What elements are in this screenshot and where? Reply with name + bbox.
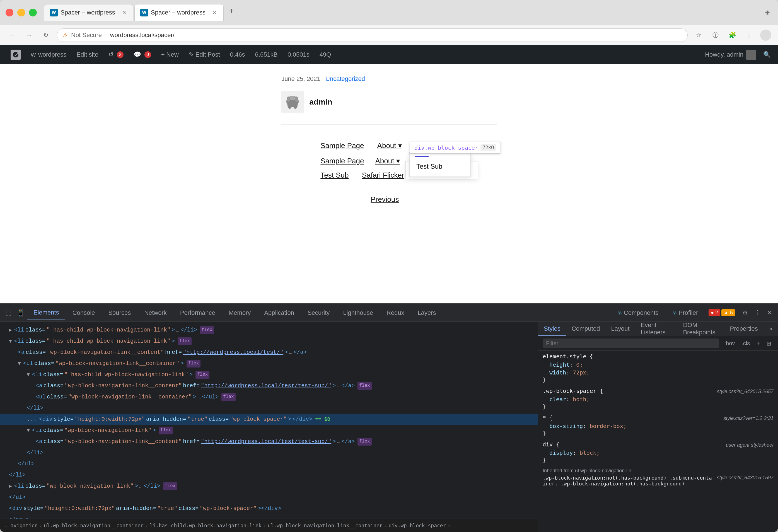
collapse-5[interactable]: ▼ bbox=[27, 371, 30, 379]
style-prop-height[interactable]: height: 0; bbox=[543, 361, 774, 369]
nav-test-sub[interactable]: Test Sub bbox=[315, 169, 356, 181]
devtools-device-icon[interactable]: 📱 bbox=[15, 307, 26, 318]
post-category[interactable]: Uncategorized bbox=[325, 75, 365, 82]
rule-source-2[interactable]: style.css?v_643015:2657 bbox=[717, 389, 774, 394]
nav-test-1[interactable]: Test ▾ div.wp-block-spacer 72×0 Test Sub bbox=[409, 139, 442, 152]
html-line-10[interactable]: <a class= "wp-block-navigation-link__con… bbox=[0, 436, 538, 447]
filter-cls[interactable]: .cls bbox=[739, 339, 752, 348]
styles-tab-computed[interactable]: Computed bbox=[566, 322, 606, 336]
wp-comments[interactable]: 💬 0 bbox=[129, 45, 156, 64]
tab-console[interactable]: Console bbox=[66, 306, 101, 320]
wp-search-icon[interactable]: 🔍 bbox=[761, 49, 772, 60]
styles-tab-styles[interactable]: Styles bbox=[538, 322, 566, 336]
howdy-section[interactable]: Howdy, admin bbox=[700, 50, 761, 60]
styles-filter-input[interactable] bbox=[543, 338, 719, 348]
styles-more-tab[interactable]: » bbox=[764, 322, 778, 336]
address-input[interactable]: ⚠ Not Secure | wordpress.local/spacer/ bbox=[57, 28, 688, 42]
html-line-13[interactable]: </li> bbox=[0, 469, 538, 481]
devtools-more-icon[interactable]: ⋮ bbox=[752, 307, 763, 318]
tab-layers[interactable]: Layers bbox=[411, 306, 442, 320]
style-prop-box-sizing[interactable]: box-sizing: border-box; bbox=[543, 422, 774, 430]
html-line-11[interactable]: </li> bbox=[0, 447, 538, 458]
html-line-7[interactable]: <ul class= "wp-block-navigation-link__co… bbox=[0, 391, 538, 403]
tab-lighthouse[interactable]: Lighthouse bbox=[337, 306, 379, 320]
style-prop-width[interactable]: width: 72px; bbox=[543, 369, 774, 376]
nav-about-2-link[interactable]: About ▾ bbox=[375, 157, 400, 165]
tab-1[interactable]: W Spacer – wordpress ✕ bbox=[44, 4, 133, 21]
forward-button[interactable]: → bbox=[23, 29, 34, 41]
styles-tab-event-listeners[interactable]: Event Listeners bbox=[635, 322, 678, 336]
rule-selector-3[interactable]: * { bbox=[543, 414, 553, 421]
prev-link[interactable]: Previous bbox=[320, 195, 496, 204]
user-avatar[interactable] bbox=[760, 29, 771, 41]
bookmark-icon[interactable]: ☆ bbox=[693, 29, 704, 41]
devtools-close-icon[interactable]: ✕ bbox=[764, 307, 775, 318]
tab-elements[interactable]: Elements bbox=[27, 306, 65, 320]
wp-edit-site[interactable]: Edit site bbox=[71, 45, 103, 64]
html-line-14[interactable]: ▶ <li class= "wp-block-navigation-link" … bbox=[0, 481, 538, 492]
info-icon[interactable]: ⓘ bbox=[710, 29, 721, 41]
breadcrumb-1[interactable]: ul.wp-block-navigation__container bbox=[44, 523, 144, 528]
html-line-15[interactable]: </ul> bbox=[0, 492, 538, 503]
html-line-5[interactable]: ▼ <li class= " has-child wp-block-naviga… bbox=[0, 369, 538, 380]
tab-application[interactable]: Application bbox=[258, 306, 300, 320]
nav-safari-flicker[interactable]: Safari Flicker bbox=[357, 169, 410, 181]
nav-sample-page-2[interactable]: Sample Page bbox=[315, 154, 370, 168]
html-line-6[interactable]: <a class= "wp-block-navigation-link__con… bbox=[0, 380, 538, 391]
styles-tab-layout[interactable]: Layout bbox=[605, 322, 635, 336]
tab-security[interactable]: Security bbox=[301, 306, 336, 320]
collapse-1[interactable]: ▶ bbox=[9, 326, 12, 334]
profile-icon[interactable]: ⊕ bbox=[762, 7, 772, 17]
extensions-icon[interactable]: 🧩 bbox=[727, 29, 738, 41]
browser-menu-icon[interactable]: ⋮ bbox=[744, 29, 755, 41]
tab-performance[interactable]: Performance bbox=[174, 306, 221, 320]
filter-hov[interactable]: :hov bbox=[722, 339, 737, 348]
breadcrumb-4[interactable]: div.wp-block-spacer bbox=[389, 523, 446, 528]
tab-2[interactable]: W Spacer – wordpress ✕ bbox=[134, 4, 224, 21]
rule-selector-inherited[interactable]: .wp-block-navigation:not(.has-background… bbox=[543, 475, 715, 486]
html-line-2[interactable]: ▼ <li class= " has-child wp-block-naviga… bbox=[0, 336, 538, 347]
collapse-14[interactable]: ▶ bbox=[9, 482, 12, 490]
rule-source-3[interactable]: style.css?ver=1.2.2:31 bbox=[723, 415, 774, 421]
wp-updates[interactable]: ↺ 2 bbox=[103, 45, 129, 64]
style-prop-clear[interactable]: clear: both; bbox=[543, 395, 774, 403]
html-line-1[interactable]: ▶ <li class= " has-child wp-block-naviga… bbox=[0, 324, 538, 336]
dropdown-test-sub[interactable]: Test Sub bbox=[410, 159, 470, 174]
collapse-9[interactable]: ▼ bbox=[27, 427, 30, 435]
rule-selector-2[interactable]: .wp-block-spacer { bbox=[543, 388, 603, 394]
wp-new[interactable]: + New bbox=[156, 45, 184, 64]
wp-edit-post[interactable]: ✎ Edit Post bbox=[184, 45, 225, 64]
devtools-inspect-icon[interactable]: ⬚ bbox=[3, 307, 14, 318]
tab-redux[interactable]: Redux bbox=[380, 306, 410, 320]
html-line-3[interactable]: <a class= "wp-block-navigation-link__con… bbox=[0, 347, 538, 358]
nav-test-sub-link[interactable]: Test Sub bbox=[320, 171, 348, 179]
html-line-16[interactable]: </nav> bbox=[0, 514, 538, 519]
nav-sample-page-2-link[interactable]: Sample Page bbox=[320, 157, 364, 165]
tab-memory[interactable]: Memory bbox=[223, 306, 257, 320]
maximize-button[interactable] bbox=[29, 9, 37, 16]
refresh-button[interactable]: ↻ bbox=[40, 29, 51, 41]
minimize-button[interactable] bbox=[17, 9, 25, 16]
nav-sample-page-1[interactable]: Sample Page bbox=[315, 139, 372, 152]
tab-components[interactable]: ⚛ Components bbox=[611, 306, 665, 320]
nav-about-2[interactable]: About ▾ bbox=[370, 154, 405, 168]
html-line-9[interactable]: ▼ <li class= "wp-block-navigation-link" … bbox=[0, 425, 538, 436]
filter-add[interactable]: + bbox=[754, 339, 762, 348]
html-line-spacer-2[interactable]: <div style= "height:0;width:72px" aria-h… bbox=[0, 503, 538, 514]
filter-layout-icon[interactable]: ⊞ bbox=[764, 339, 774, 348]
tab-profiler[interactable]: ⚛ Profiler bbox=[666, 306, 704, 320]
elements-content[interactable]: ▶ <li class= " has-child wp-block-naviga… bbox=[0, 322, 538, 519]
html-line-spacer-1[interactable]: ... <div style= "height:0;width:72px" ar… bbox=[0, 414, 538, 425]
breadcrumb-0[interactable]: … avigation bbox=[4, 523, 37, 528]
close-button[interactable] bbox=[6, 9, 13, 16]
new-tab-button[interactable]: + bbox=[225, 4, 238, 17]
style-prop-display[interactable]: display: block; bbox=[543, 449, 774, 457]
tab-close-2[interactable]: ✕ bbox=[211, 9, 218, 16]
devtools-settings-icon[interactable]: ⚙ bbox=[740, 307, 751, 318]
nav-about-1-link[interactable]: About ▾ bbox=[377, 141, 402, 150]
nav-sample-page-1-link[interactable]: Sample Page bbox=[320, 141, 364, 150]
tab-close-1[interactable]: ✕ bbox=[121, 9, 128, 16]
styles-tab-dom-breakpoints[interactable]: DOM Breakpoints bbox=[677, 322, 724, 336]
tab-network[interactable]: Network bbox=[138, 306, 173, 320]
rule-selector-4[interactable]: div { bbox=[543, 441, 559, 448]
